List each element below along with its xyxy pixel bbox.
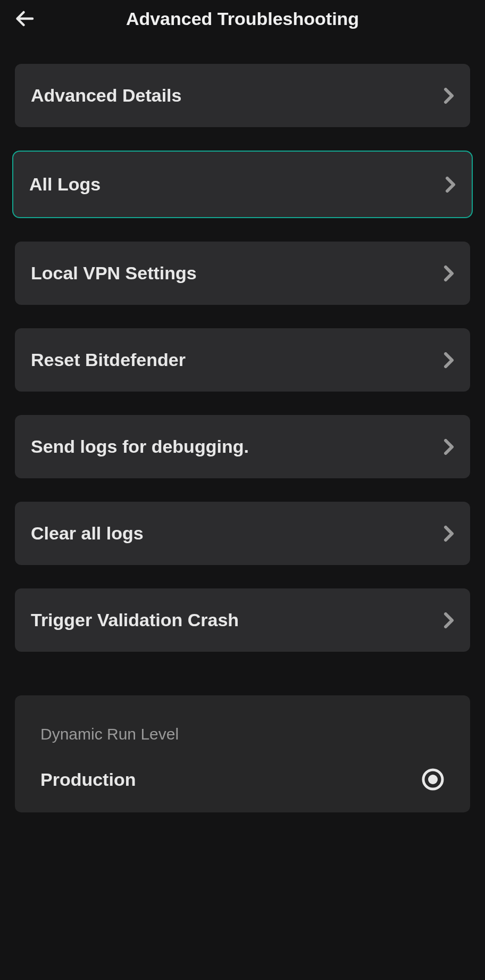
menu-item-clear-all-logs[interactable]: Clear all logs	[15, 502, 470, 565]
chevron-right-icon	[444, 88, 454, 104]
menu-item-label: Trigger Validation Crash	[31, 610, 239, 630]
chevron-right-icon	[444, 439, 454, 455]
menu-item-all-logs[interactable]: All Logs	[12, 151, 473, 218]
menu-item-reset-bitdefender[interactable]: Reset Bitdefender	[15, 328, 470, 392]
menu-item-label: Send logs for debugging.	[31, 436, 249, 457]
menu-item-trigger-validation-crash[interactable]: Trigger Validation Crash	[15, 588, 470, 652]
menu-item-send-logs-debugging[interactable]: Send logs for debugging.	[15, 415, 470, 478]
menu-item-label: Reset Bitdefender	[31, 350, 186, 370]
chevron-right-icon	[444, 612, 454, 628]
spacer	[15, 675, 470, 695]
menu-item-label: Local VPN Settings	[31, 263, 197, 284]
chevron-right-icon	[444, 526, 454, 542]
back-button[interactable]	[12, 6, 37, 31]
arrow-left-icon	[15, 9, 34, 28]
menu-item-advanced-details[interactable]: Advanced Details	[15, 64, 470, 127]
menu-item-local-vpn-settings[interactable]: Local VPN Settings	[15, 242, 470, 305]
svg-point-1	[428, 775, 438, 784]
radio-option-production[interactable]: Production	[40, 768, 445, 791]
chevron-right-icon	[444, 265, 454, 281]
page-title: Advanced Troubleshooting	[37, 9, 448, 29]
chevron-right-icon	[444, 352, 454, 368]
section-dynamic-run-level: Dynamic Run Level Production	[15, 695, 470, 812]
content: Advanced Details All Logs Local VPN Sett…	[0, 37, 485, 812]
chevron-right-icon	[445, 177, 456, 193]
radio-label: Production	[40, 769, 136, 790]
menu-item-label: Clear all logs	[31, 523, 144, 544]
radio-selected-icon	[421, 768, 445, 791]
menu-item-label: Advanced Details	[31, 85, 181, 106]
section-label: Dynamic Run Level	[40, 725, 445, 743]
menu-item-label: All Logs	[29, 174, 101, 195]
header: Advanced Troubleshooting	[0, 0, 485, 37]
